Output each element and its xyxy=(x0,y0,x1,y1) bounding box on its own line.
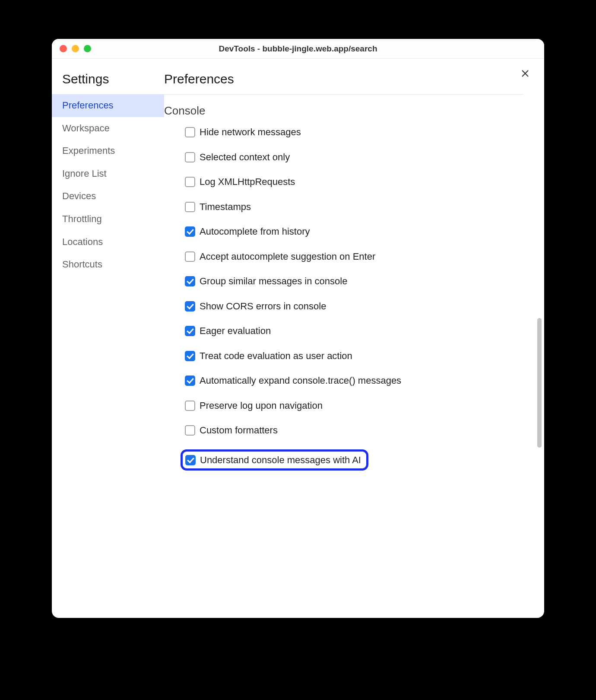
sidebar-item-preferences[interactable]: Preferences xyxy=(52,94,164,117)
option-label: Autocomplete from history xyxy=(200,226,310,238)
settings-main: Preferences Console Hide network message… xyxy=(164,59,544,618)
sidebar-item-shortcuts[interactable]: Shortcuts xyxy=(52,253,164,276)
checkbox-hide-network-messages[interactable] xyxy=(185,127,195,137)
window-zoom-button[interactable] xyxy=(84,45,91,52)
option-label: Log XMLHttpRequests xyxy=(200,176,295,188)
option-preserve-log-upon-navigation[interactable]: Preserve log upon navigation xyxy=(185,400,527,412)
checkbox-show-cors-errors-in-console[interactable] xyxy=(185,301,195,312)
option-label: Understand console messages with AI xyxy=(200,454,361,466)
option-treat-code-evaluation-as-user-action[interactable]: Treat code evaluation as user action xyxy=(185,350,527,362)
settings-sidebar: Settings PreferencesWorkspaceExperiments… xyxy=(52,59,164,618)
checkbox-preserve-log-upon-navigation[interactable] xyxy=(185,401,195,411)
window-title: DevTools - bubble-jingle.web.app/search xyxy=(52,44,544,54)
checkbox-eager-evaluation[interactable] xyxy=(185,326,195,336)
section-title-console: Console xyxy=(164,104,527,118)
option-log-xmlhttprequests[interactable]: Log XMLHttpRequests xyxy=(185,176,527,188)
checkbox-autocomplete-from-history[interactable] xyxy=(185,226,195,237)
option-hide-network-messages[interactable]: Hide network messages xyxy=(185,126,527,138)
checkbox-custom-formatters[interactable] xyxy=(185,425,195,436)
checkbox-group-similar-messages-in-console[interactable] xyxy=(185,276,195,286)
option-autocomplete-from-history[interactable]: Autocomplete from history xyxy=(185,226,527,238)
option-label: Eager evaluation xyxy=(200,325,271,337)
sidebar-item-ignore-list[interactable]: Ignore List xyxy=(52,162,164,185)
option-selected-context-only[interactable]: Selected context only xyxy=(185,151,527,163)
checkbox-automatically-expand-console-trace-messages[interactable] xyxy=(185,375,195,386)
option-label: Accept autocomplete suggestion on Enter xyxy=(200,251,375,263)
option-label: Preserve log upon navigation xyxy=(200,400,323,412)
checkbox-treat-code-evaluation-as-user-action[interactable] xyxy=(185,351,195,361)
window-body: Settings PreferencesWorkspaceExperiments… xyxy=(52,59,544,618)
option-label: Show CORS errors in console xyxy=(200,300,326,312)
sidebar-item-devices[interactable]: Devices xyxy=(52,185,164,208)
option-eager-evaluation[interactable]: Eager evaluation xyxy=(185,325,527,337)
option-label: Hide network messages xyxy=(200,126,301,138)
devtools-window: DevTools - bubble-jingle.web.app/search … xyxy=(52,39,544,618)
checkbox-log-xmlhttprequests[interactable] xyxy=(185,177,195,187)
option-automatically-expand-console-trace-messages[interactable]: Automatically expand console.trace() mes… xyxy=(185,375,527,387)
option-understand-console-messages-with-ai[interactable]: Understand console messages with AI xyxy=(181,449,368,471)
traffic-lights xyxy=(60,45,91,52)
option-label: Custom formatters xyxy=(200,424,278,436)
window-minimize-button[interactable] xyxy=(72,45,79,52)
titlebar: DevTools - bubble-jingle.web.app/search xyxy=(52,39,544,59)
checkbox-selected-context-only[interactable] xyxy=(185,152,195,162)
console-options-list: Hide network messagesSelected context on… xyxy=(164,126,527,471)
option-show-cors-errors-in-console[interactable]: Show CORS errors in console xyxy=(185,300,527,312)
option-label: Timestamps xyxy=(200,201,251,213)
option-group-similar-messages-in-console[interactable]: Group similar messages in console xyxy=(185,275,527,287)
option-label: Treat code evaluation as user action xyxy=(200,350,352,362)
scrollbar-thumb[interactable] xyxy=(537,318,542,448)
option-accept-autocomplete-suggestion-on-enter[interactable]: Accept autocomplete suggestion on Enter xyxy=(185,251,527,263)
option-label: Group similar messages in console xyxy=(200,275,347,287)
sidebar-item-experiments[interactable]: Experiments xyxy=(52,140,164,162)
page-title: Preferences xyxy=(164,72,523,95)
sidebar-title: Settings xyxy=(52,72,164,94)
checkbox-timestamps[interactable] xyxy=(185,202,195,212)
checkbox-accept-autocomplete-suggestion-on-enter[interactable] xyxy=(185,251,195,262)
sidebar-item-throttling[interactable]: Throttling xyxy=(52,208,164,231)
window-close-button[interactable] xyxy=(60,45,67,52)
checkbox-understand-console-messages-with-ai[interactable] xyxy=(185,455,196,465)
option-label: Automatically expand console.trace() mes… xyxy=(200,375,401,387)
sidebar-item-locations[interactable]: Locations xyxy=(52,231,164,254)
sidebar-item-workspace[interactable]: Workspace xyxy=(52,117,164,140)
option-label: Selected context only xyxy=(200,151,290,163)
option-timestamps[interactable]: Timestamps xyxy=(185,201,527,213)
option-custom-formatters[interactable]: Custom formatters xyxy=(185,424,527,436)
